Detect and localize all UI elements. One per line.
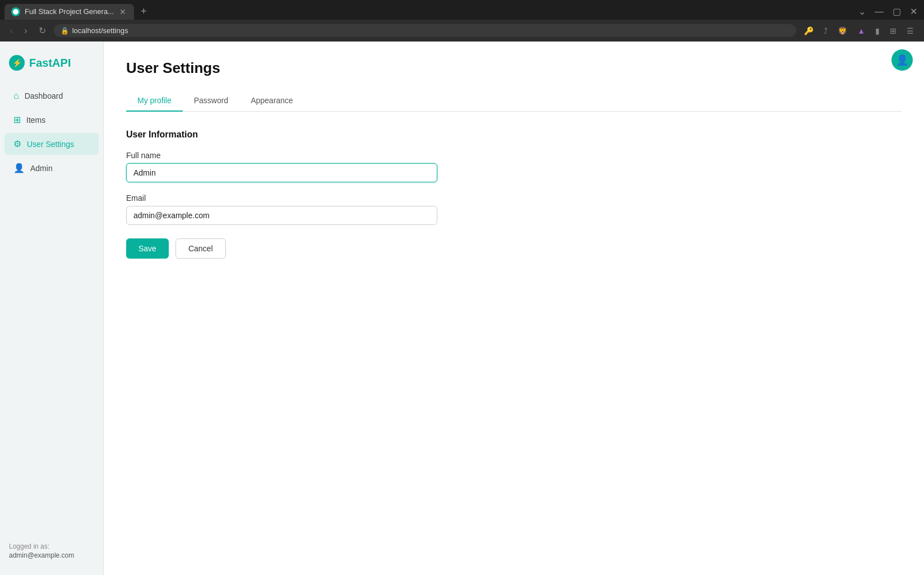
sidebar: ⚡ FastAPI ⌂ Dashboard ⊞ Items ⚙ User Set… <box>0 42 104 575</box>
logo-text: FastAPI <box>29 57 71 70</box>
sidebar-item-label-dashboard: Dashboard <box>25 91 63 100</box>
cancel-button[interactable]: Cancel <box>175 238 226 259</box>
new-tab-button[interactable]: + <box>136 3 151 20</box>
save-button[interactable]: Save <box>126 238 169 259</box>
tab-my-profile[interactable]: My profile <box>126 90 183 112</box>
brave-shield-button[interactable]: 🦁 <box>834 24 851 38</box>
settings-tabs: My profile Password Appearance <box>126 90 902 112</box>
address-bar[interactable]: 🔒 localhost/settings <box>54 24 796 37</box>
page-title: User Settings <box>126 59 902 77</box>
maximize-button[interactable]: ▢ <box>890 4 903 19</box>
settings-icon: ⚙ <box>13 139 21 149</box>
logged-in-label: Logged in as: <box>9 542 94 550</box>
sidebar-item-user-settings[interactable]: ⚙ User Settings <box>4 133 99 155</box>
tab-list-button[interactable]: ⌄ <box>856 4 868 19</box>
email-group: Email <box>126 194 902 225</box>
full-name-label: Full name <box>126 151 902 160</box>
forward-button[interactable]: › <box>21 24 30 38</box>
sidebar-footer: Logged in as: admin@example.com <box>0 536 103 566</box>
nav-bar: ‹ › ↻ 🔒 localhost/settings 🔑 ⤴ 🦁 ▲ ▮ ⊞ ☰ <box>0 20 924 42</box>
items-icon: ⊞ <box>13 114 21 125</box>
tab-password[interactable]: Password <box>183 90 239 112</box>
dashboard-icon: ⌂ <box>13 91 19 101</box>
full-name-input[interactable] <box>126 163 437 182</box>
nav-actions: 🔑 ⤴ 🦁 ▲ ▮ ⊞ ☰ <box>801 24 917 38</box>
logged-in-email: admin@example.com <box>9 551 94 559</box>
email-input[interactable] <box>126 206 437 225</box>
back-button[interactable]: ‹ <box>7 24 16 38</box>
brave-rewards-button[interactable]: ▲ <box>854 24 868 38</box>
tab-appearance[interactable]: Appearance <box>239 90 304 112</box>
sidebar-item-label-user-settings: User Settings <box>27 140 74 149</box>
sidebar-item-dashboard[interactable]: ⌂ Dashboard <box>4 85 99 107</box>
tab-controls: ⌄ — ▢ ✕ <box>856 4 920 19</box>
user-avatar-button[interactable]: 👤 <box>891 49 913 71</box>
logo: ⚡ FastAPI <box>0 50 103 84</box>
active-tab[interactable]: Full Stack Project Genera... ✕ <box>4 4 134 20</box>
section-title: User Information <box>126 130 902 140</box>
admin-icon: 👤 <box>13 163 25 173</box>
email-label: Email <box>126 194 902 203</box>
share-button[interactable]: ⤴ <box>820 24 831 38</box>
key-icon-button[interactable]: 🔑 <box>801 24 817 38</box>
menu-button[interactable]: ☰ <box>903 24 917 38</box>
extensions-button[interactable]: ⊞ <box>886 24 900 38</box>
sidebar-item-admin[interactable]: 👤 Admin <box>4 157 99 179</box>
form-actions: Save Cancel <box>126 238 902 259</box>
user-information-section: User Information Full name Email Save Ca… <box>126 130 902 259</box>
sidebar-item-label-admin: Admin <box>30 164 53 173</box>
logo-icon: ⚡ <box>9 55 25 71</box>
sidebar-item-label-items: Items <box>26 116 45 125</box>
tab-close-button[interactable]: ✕ <box>118 7 127 16</box>
close-window-button[interactable]: ✕ <box>908 4 920 19</box>
sidebar-toggle-button[interactable]: ▮ <box>872 24 883 38</box>
minimize-button[interactable]: — <box>872 4 886 19</box>
full-name-group: Full name <box>126 151 902 182</box>
avatar-icon: 👤 <box>896 54 908 66</box>
main-content: User Settings My profile Password Appear… <box>104 42 924 575</box>
lock-icon: 🔒 <box>61 27 69 35</box>
refresh-button[interactable]: ↻ <box>35 23 49 38</box>
sidebar-item-items[interactable]: ⊞ Items <box>4 109 99 131</box>
url-text: localhost/settings <box>72 26 128 35</box>
tab-title: Full Stack Project Genera... <box>25 7 114 16</box>
tab-favicon <box>11 7 20 16</box>
